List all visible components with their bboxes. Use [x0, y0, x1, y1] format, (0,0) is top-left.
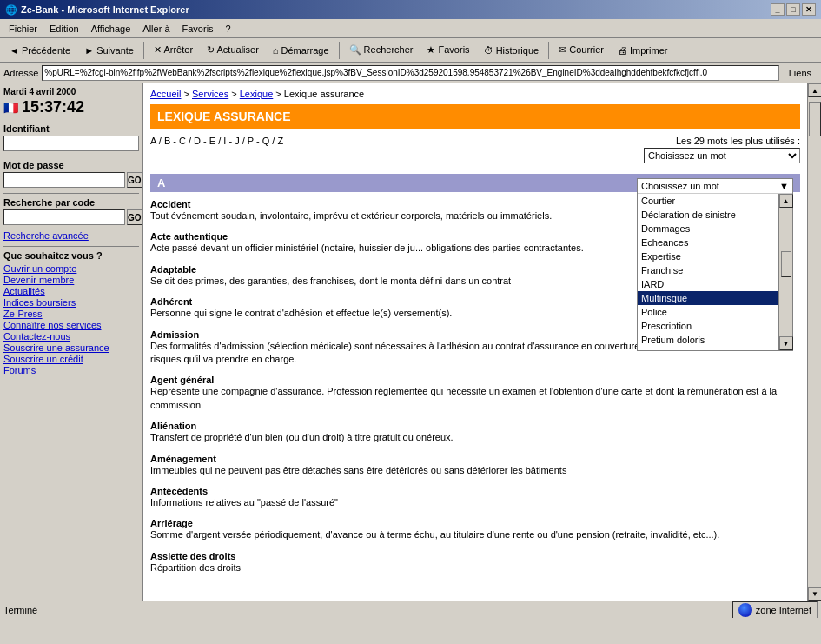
- title-bar-text: Ze-Bank - Microsoft Internet Explorer: [21, 4, 189, 15]
- sidebar-link-2[interactable]: Actualités: [3, 286, 139, 296]
- search-button[interactable]: 🔍 Rechercher: [343, 42, 420, 58]
- dropdown-open-list[interactable]: Choisissez un mot ▼ Courtier Déclaration…: [637, 178, 793, 351]
- dropdown-item-1[interactable]: Déclaration de sinistre: [638, 208, 778, 222]
- def-arreage: Somme d'argent versée périodiquement, d'…: [150, 528, 800, 541]
- close-button[interactable]: ✕: [802, 3, 816, 16]
- dropdown-item-3[interactable]: Echeances: [638, 236, 778, 249]
- scroll-down-button[interactable]: ▼: [779, 336, 793, 350]
- home-button[interactable]: ⌂ Démarrage: [267, 43, 335, 58]
- minimize-button[interactable]: _: [771, 3, 785, 16]
- print-button[interactable]: 🖨 Imprimer: [612, 43, 673, 58]
- content-scroll-up[interactable]: ▲: [808, 83, 821, 97]
- def-alienation: Transfert de propriété d'un bien (ou d'u…: [150, 431, 800, 444]
- menu-affichage[interactable]: Affichage: [86, 22, 136, 36]
- term-agent: Agent général: [150, 375, 800, 385]
- flag-icon: 🇫🇷: [3, 101, 18, 115]
- sidebar-link-4[interactable]: Ze-Press: [3, 309, 139, 319]
- toolbar: ◄ Précédente ► Suivante ✕ Arrêter ↻ Actu…: [0, 38, 821, 63]
- sidebar-link-0[interactable]: Ouvrir un compte: [3, 263, 139, 274]
- back-button[interactable]: ◄ Précédente: [3, 43, 76, 58]
- breadcrumb-services[interactable]: Services: [192, 89, 228, 99]
- term-assiette: Assiette des droits: [150, 551, 800, 561]
- sidebar-link-8[interactable]: Souscrire un crédit: [3, 354, 139, 364]
- dropdown-item-2[interactable]: Dommages: [638, 222, 778, 236]
- menu-aller[interactable]: Aller à: [137, 22, 175, 36]
- dropdown-default-value: Choisissez un mot: [641, 181, 719, 191]
- sidebar-link-7[interactable]: Souscrire une assurance: [3, 342, 139, 353]
- entry-amenagement: Aménagement Immeubles qui ne peuvent pas…: [150, 454, 800, 477]
- address-label: Adresse: [3, 68, 38, 78]
- favorites-button[interactable]: ★ Favoris: [420, 42, 475, 58]
- dropdown-header: Choisissez un mot ▼: [638, 179, 792, 194]
- dropdown-item-6[interactable]: IARD: [638, 277, 778, 291]
- content-scroll-track[interactable]: [808, 97, 821, 587]
- search-label: Recherche par code: [3, 197, 139, 208]
- dropdown-scrollbar: Courtier Déclaration de sinistre Dommage…: [638, 194, 792, 350]
- dropdown-item-4[interactable]: Expertise: [638, 249, 778, 263]
- scroll-up-button[interactable]: ▲: [779, 194, 793, 208]
- content-scrollbar[interactable]: ▲ ▼: [807, 83, 821, 601]
- alpha-links: A / B - C / D - E / I - J / P - Q / Z: [150, 136, 283, 146]
- menu-help[interactable]: ?: [221, 22, 236, 36]
- dropdown-item-0[interactable]: Courtier: [638, 194, 778, 208]
- alpha-nav-container: A / B - C / D - E / I - J / P - Q / Z Le…: [143, 136, 807, 170]
- breadcrumb-accueil[interactable]: Accueil: [150, 89, 181, 99]
- refresh-button[interactable]: ↻ Actualiser: [201, 42, 265, 58]
- sidebar-date: Mardi 4 avril 2000: [3, 87, 139, 96]
- maximize-button[interactable]: □: [786, 3, 800, 16]
- sidebar-link-1[interactable]: Devenir membre: [3, 275, 139, 285]
- menu-favoris[interactable]: Favoris: [177, 22, 219, 36]
- forward-button[interactable]: ► Suivante: [78, 43, 140, 58]
- dropdown-items: Courtier Déclaration de sinistre Dommage…: [638, 194, 778, 350]
- alpha-nav-text: A / B - C / D - E / I - J / P - Q / Z: [150, 136, 283, 146]
- history-button[interactable]: ⏱ Historique: [478, 43, 546, 58]
- dropdown-item-10[interactable]: Pretium doloris: [638, 333, 778, 347]
- def-antecedents: Informations relatives au "passé de l'as…: [150, 496, 800, 509]
- dropdown-item-5[interactable]: Franchise: [638, 263, 778, 277]
- scroll-thumb[interactable]: [781, 251, 791, 277]
- breadcrumb-current: Lexique assurance: [284, 89, 364, 99]
- dropdown-scrollbar-track: ▲ ▼: [778, 194, 792, 350]
- sidebar-link-6[interactable]: Contactez-nous: [3, 331, 139, 342]
- dropdown-item-8[interactable]: Police: [638, 305, 778, 319]
- dropdown-item-7[interactable]: Multirisque: [638, 291, 778, 305]
- page-title: LEXIQUE ASSURANCE: [150, 104, 800, 129]
- def-assiette: Répartition des droits: [150, 561, 800, 574]
- address-input[interactable]: [42, 65, 778, 81]
- identifiant-label: Identifiant: [3, 123, 139, 134]
- mail-button[interactable]: ✉ Courrier: [553, 42, 610, 58]
- menu-fichier[interactable]: Fichier: [3, 22, 43, 36]
- sidebar-time-value: 15:37:42: [22, 98, 84, 116]
- search-input[interactable]: [3, 209, 125, 225]
- password-label: Mot de passe: [3, 160, 139, 170]
- password-input[interactable]: [3, 172, 125, 188]
- word-dropdown[interactable]: Choisissez un mot: [644, 148, 800, 163]
- address-go-button[interactable]: Liens: [783, 65, 818, 81]
- dropdown-arrow-icon[interactable]: ▼: [779, 181, 789, 191]
- sidebar-time: 🇫🇷 15:37:42: [3, 98, 139, 116]
- sidebar-link-3[interactable]: Indices boursiers: [3, 297, 139, 308]
- content-scroll-down[interactable]: ▼: [808, 587, 821, 601]
- status-zone: zone Internet: [732, 601, 818, 619]
- term-amenagement: Aménagement: [150, 454, 800, 464]
- menu-edition[interactable]: Edition: [44, 22, 84, 36]
- scroll-track[interactable]: [780, 208, 792, 336]
- entry-arreage: Arriérage Somme d'argent versée périodiq…: [150, 518, 800, 541]
- search-go-button[interactable]: GO: [127, 209, 142, 225]
- term-antecedents: Antécédents: [150, 486, 800, 496]
- breadcrumb: Accueil > Services > Lexique > Lexique a…: [143, 83, 807, 104]
- dropdown-item-9[interactable]: Prescription: [638, 319, 778, 333]
- term-arreage: Arriérage: [150, 518, 800, 528]
- def-agent: Représente une compagnie d'assurance. Pr…: [150, 385, 800, 412]
- sidebar-link-9[interactable]: Forums: [3, 365, 139, 375]
- content-scroll-thumb[interactable]: [809, 102, 821, 136]
- sidebar-link-5[interactable]: Connaître nos services: [3, 320, 139, 330]
- identifiant-input[interactable]: [3, 136, 139, 151]
- def-amenagement: Immeubles qui ne peuvent pas être détach…: [150, 464, 800, 477]
- stop-button[interactable]: ✕ Arrêter: [148, 42, 199, 58]
- advanced-search-link[interactable]: Recherche avancée: [3, 230, 139, 241]
- breadcrumb-lexique[interactable]: Lexique: [240, 89, 274, 99]
- dropdown-container: Les 29 mots les plus utilisés : Choisiss…: [644, 136, 800, 163]
- login-go-button[interactable]: GO: [127, 172, 142, 188]
- status-zone-text: zone Internet: [756, 605, 811, 615]
